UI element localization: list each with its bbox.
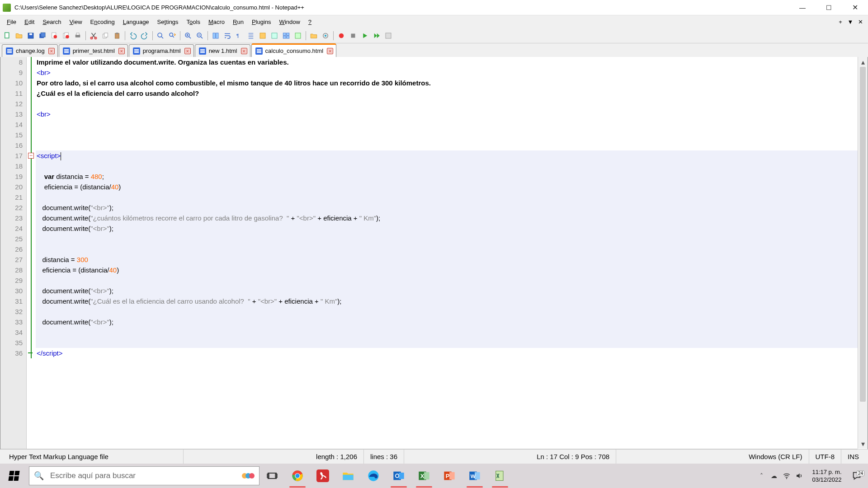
svg-rect-61 <box>496 471 503 481</box>
new-tab-plus[interactable]: + <box>835 19 845 25</box>
menu-file[interactable]: File <box>3 18 20 26</box>
doc-map-icon[interactable] <box>269 30 280 41</box>
svg-point-9 <box>66 35 69 38</box>
save-icon[interactable] <box>25 30 36 41</box>
notifications-icon[interactable]: 24 <box>848 471 865 481</box>
close-tab-x[interactable]: ✕ <box>855 19 865 25</box>
tab-label: calculo_consumo.html <box>265 47 324 54</box>
tab-new-1-html[interactable]: new 1.html× <box>195 44 250 57</box>
language-icon[interactable] <box>257 30 268 41</box>
chrome-icon[interactable] <box>285 464 310 488</box>
menu-edit[interactable]: Edit <box>20 18 38 26</box>
svg-rect-53 <box>424 472 429 479</box>
play-macro-icon[interactable] <box>359 30 370 41</box>
tab-label: new 1.html <box>209 47 237 54</box>
vertical-scrollbar[interactable]: ▴ ▾ <box>858 57 868 449</box>
show-all-chars-icon[interactable]: ¶ <box>234 30 245 41</box>
cut-icon[interactable] <box>88 30 99 41</box>
menu-view[interactable]: View <box>66 18 86 26</box>
tray-up-icon[interactable]: ˄ <box>755 464 768 488</box>
onedrive-icon[interactable]: ☁ <box>768 464 780 488</box>
paste-icon[interactable] <box>112 30 123 41</box>
menu-run[interactable]: Run <box>229 18 248 26</box>
status-lines: lines : 36 <box>364 450 404 464</box>
status-position: Ln : 17 Col : 9 Pos : 708 <box>530 450 616 464</box>
monitor-icon[interactable] <box>320 30 331 41</box>
folder-open-icon[interactable] <box>308 30 319 41</box>
svg-rect-31 <box>295 33 301 38</box>
status-length: length : 1,206 <box>310 450 364 464</box>
minimize-button[interactable]: — <box>789 0 816 15</box>
close-button[interactable]: ✕ <box>842 0 868 15</box>
tab-close-icon[interactable]: × <box>118 48 125 54</box>
sync-scroll-icon[interactable] <box>210 30 221 41</box>
zoom-in-icon[interactable] <box>183 30 193 41</box>
tab-close-icon[interactable]: × <box>327 48 333 54</box>
explorer-icon[interactable] <box>335 464 361 488</box>
menu-macro[interactable]: Macro <box>204 18 229 26</box>
svg-rect-25 <box>260 33 265 38</box>
tab-primer_test-html[interactable]: primer_test.html× <box>59 44 128 57</box>
save-macro-icon[interactable] <box>383 30 394 41</box>
zoom-out-icon[interactable] <box>194 30 205 41</box>
taskbar-clock[interactable]: 11:17 p. m. 03/12/2022 <box>806 468 848 483</box>
wifi-icon[interactable] <box>780 464 793 488</box>
redo-icon[interactable] <box>139 30 150 41</box>
function-list-icon[interactable] <box>292 30 303 41</box>
menu-?[interactable]: ? <box>304 18 316 26</box>
tab-close-icon[interactable]: × <box>48 48 55 54</box>
menu-plugins[interactable]: Plugins <box>248 18 275 26</box>
clock-date: 03/12/2022 <box>806 476 848 483</box>
word-icon[interactable]: W <box>462 464 487 488</box>
menu-settings[interactable]: Settings <box>153 18 183 26</box>
powerpoint-icon[interactable]: P <box>437 464 462 488</box>
tab-programa-html[interactable]: programa.html× <box>129 44 194 57</box>
volume-icon[interactable] <box>793 464 806 488</box>
tab-close-icon[interactable]: × <box>241 48 247 54</box>
indent-guide-icon[interactable] <box>245 30 256 41</box>
undo-icon[interactable] <box>127 30 138 41</box>
taskbar-search[interactable]: 🔍 Escribe aquí para buscar <box>29 466 259 485</box>
notepadpp-taskbar-icon[interactable] <box>487 464 513 488</box>
tab-change-log[interactable]: change.log× <box>2 44 58 57</box>
excel-icon[interactable]: X <box>411 464 437 488</box>
menu-search[interactable]: Search <box>38 18 65 26</box>
svg-text:W: W <box>471 473 476 479</box>
record-macro-icon[interactable] <box>336 30 347 41</box>
word-wrap-icon[interactable] <box>222 30 233 41</box>
folder-workspace-icon[interactable] <box>281 30 292 41</box>
start-button[interactable] <box>0 464 28 488</box>
tab-close-icon[interactable]: × <box>184 48 191 54</box>
scroll-up-icon[interactable]: ▴ <box>858 57 868 67</box>
menu-bar: FileEditSearchViewEncodingLanguageSettin… <box>0 15 868 28</box>
code-text-area[interactable]: Imprime el valor utilizando document.wri… <box>36 57 868 449</box>
fold-column[interactable]: − <box>27 57 36 449</box>
replace-icon[interactable] <box>167 30 178 41</box>
file-icon <box>6 47 13 55</box>
edge-icon[interactable] <box>361 464 386 488</box>
run-multiple-icon[interactable] <box>371 30 382 41</box>
tab-calculo_consumo-html[interactable]: calculo_consumo.html× <box>251 43 337 57</box>
menu-language[interactable]: Language <box>119 18 153 26</box>
tab-list-dropdown[interactable]: ▼ <box>845 19 855 25</box>
task-view-icon[interactable] <box>259 464 285 488</box>
print-icon[interactable] <box>72 30 83 41</box>
menu-encoding[interactable]: Encoding <box>86 18 119 26</box>
save-all-icon[interactable] <box>37 30 48 41</box>
cortana-icon <box>242 473 255 479</box>
find-icon[interactable] <box>155 30 166 41</box>
close-file-icon[interactable] <box>49 30 60 41</box>
system-tray: ˄ ☁ 11:17 p. m. 03/12/2022 24 <box>755 464 868 488</box>
menu-window[interactable]: Window <box>275 18 304 26</box>
outlook-icon[interactable] <box>386 464 411 488</box>
open-file-icon[interactable] <box>14 30 24 41</box>
scroll-down-icon[interactable]: ▾ <box>858 439 868 449</box>
copy-icon[interactable] <box>100 30 111 41</box>
stop-macro-icon[interactable] <box>348 30 359 41</box>
svg-rect-22 <box>213 33 215 38</box>
new-file-icon[interactable] <box>2 30 13 41</box>
menu-tools[interactable]: Tools <box>183 18 204 26</box>
acrobat-icon[interactable] <box>310 464 335 488</box>
maximize-button[interactable]: ☐ <box>816 0 842 15</box>
close-all-icon[interactable] <box>61 30 71 41</box>
